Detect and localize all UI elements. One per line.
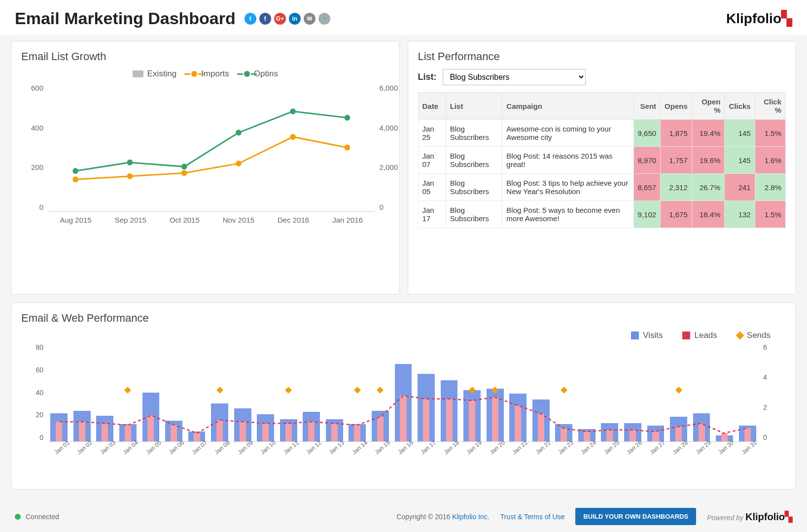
svg-point-2 <box>181 170 187 176</box>
svg-point-5 <box>345 145 351 151</box>
svg-point-6 <box>72 168 78 174</box>
brand-logo[interactable]: Klipfolio▚ <box>726 10 792 27</box>
list-label: List: <box>418 72 437 82</box>
list-performance-panel: List Performance List: Blog Subscribers … <box>408 41 797 295</box>
legend-leads: Leads <box>694 331 717 340</box>
gplus-icon[interactable]: G+ <box>274 13 286 25</box>
list-select[interactable]: Blog Subscribers <box>443 69 586 85</box>
svg-point-0 <box>72 176 78 182</box>
svg-point-4 <box>290 134 296 140</box>
copyright: Copyright © 2016 <box>396 513 450 521</box>
footer-logo[interactable]: Klipfolio▚ <box>745 511 792 522</box>
table-row[interactable]: Jan 17Blog SubscribersBlog Post: 5 ways … <box>418 201 786 228</box>
table-row[interactable]: Jan 07Blog SubscribersBlog Post: 14 reas… <box>418 147 786 174</box>
link-icon[interactable]: 🔗 <box>318 13 330 25</box>
page-title: Email Marketing Dashboard <box>15 9 236 28</box>
status-dot-icon <box>15 514 21 520</box>
legend-existing: Existing <box>147 69 177 79</box>
twitter-icon[interactable]: t <box>245 13 256 25</box>
linkedin-icon[interactable]: in <box>289 13 301 25</box>
legend-imports: Imports <box>201 69 229 79</box>
terms-link[interactable]: Trust & Terms of Use <box>500 513 565 521</box>
svg-point-7 <box>127 160 133 166</box>
legend-sends: Sends <box>747 331 771 340</box>
facebook-icon[interactable]: f <box>259 13 271 25</box>
growth-chart: 6004002000 6,0004,0002,0000 <box>48 84 375 212</box>
web-perf-chart: 806040200 6420 <box>48 343 758 442</box>
svg-point-1 <box>127 173 133 179</box>
legend-visits: Visits <box>643 331 663 340</box>
growth-legend: Existing Imports Optins <box>21 69 389 79</box>
svg-point-9 <box>236 130 242 135</box>
svg-point-10 <box>290 108 296 114</box>
svg-point-8 <box>181 164 187 169</box>
growth-title: Email List Growth <box>21 50 389 63</box>
table-row[interactable]: Jan 25Blog SubscribersAwesome-con is com… <box>418 120 786 147</box>
growth-panel: Email List Growth Existing Imports Optin… <box>11 41 400 295</box>
legend-optins: Optins <box>254 69 278 79</box>
footer: Connected Copyright © 2016 Klipfolio Inc… <box>0 501 807 532</box>
performance-table: DateListCampaignSentOpensOpen %ClicksCli… <box>418 92 786 228</box>
powered-by: Powered by <box>707 514 743 522</box>
table-row[interactable]: Jan 05Blog SubscribersBlog Post: 3 tips … <box>418 174 786 201</box>
list-perf-title: List Performance <box>418 50 786 63</box>
web-performance-panel: Email & Web Performance Visits Leads Sen… <box>11 302 796 490</box>
svg-point-11 <box>345 115 351 121</box>
share-icons: t f G+ in ✉ 🔗 <box>245 13 330 25</box>
web-perf-legend: Visits Leads Sends <box>36 331 771 340</box>
web-perf-title: Email & Web Performance <box>21 312 785 325</box>
email-icon[interactable]: ✉ <box>304 13 316 25</box>
company-link[interactable]: Klipfolio Inc. <box>452 513 489 521</box>
build-dashboards-button[interactable]: BUILD YOUR OWN DASHBOARDS <box>575 508 696 525</box>
header: Email Marketing Dashboard t f G+ in ✉ 🔗 … <box>0 0 807 35</box>
svg-point-3 <box>236 161 242 166</box>
status-text: Connected <box>26 513 59 521</box>
